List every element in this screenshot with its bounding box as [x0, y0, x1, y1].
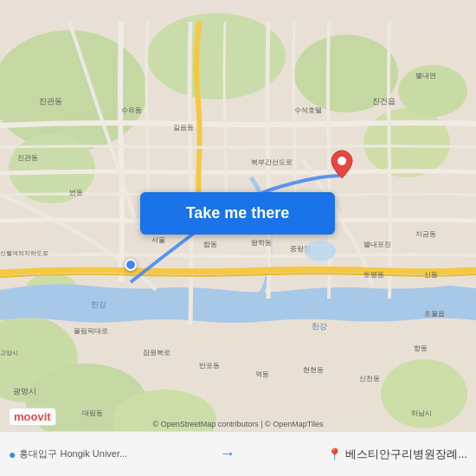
svg-text:별내포진: 별내포진 [363, 241, 391, 248]
destination-text: 베스티안구리병원장례... [345, 447, 467, 462]
svg-point-3 [147, 13, 286, 100]
map-attribution: © OpenStreetMap contributors | © OpenMap… [0, 420, 476, 428]
svg-text:길음동: 길음동 [173, 124, 194, 132]
svg-text:왕학동: 왕학동 [251, 239, 272, 247]
svg-text:신월여의지하도로: 신월여의지하도로 [0, 250, 48, 256]
svg-text:지금동: 지금동 [415, 230, 436, 238]
svg-text:한강: 한강 [312, 322, 327, 331]
map-background: 진관동 수유동 길음동 수석호텔 진건읍 별내면 진관동 번동 북부간선도로 서… [0, 0, 476, 476]
destination-marker [330, 149, 354, 180]
svg-text:수석호텔: 수석호텔 [294, 106, 322, 114]
svg-text:북부간선도로: 북부간선도로 [251, 158, 293, 166]
map-container: 진관동 수유동 길음동 수석호텔 진건읍 별내면 진관동 번동 북부간선도로 서… [0, 0, 476, 476]
svg-text:한강: 한강 [91, 300, 106, 309]
origin-marker [125, 259, 137, 271]
svg-text:역동: 역동 [255, 370, 269, 378]
origin-text: 홍대입구 Hongik Univer... [19, 447, 127, 460]
svg-point-5 [363, 108, 450, 177]
bottom-navigation-bar: ● 홍대입구 Hongik Univer... → 📍 베스티안구리병원장례..… [0, 431, 476, 476]
svg-text:번동: 번동 [69, 189, 83, 196]
svg-text:광명시: 광명시 [13, 387, 36, 396]
svg-point-44 [305, 241, 336, 261]
svg-text:진건읍: 진건읍 [372, 97, 396, 106]
svg-text:신동: 신동 [424, 271, 438, 279]
svg-text:초월읍: 초월읍 [424, 310, 445, 318]
svg-text:합동: 합동 [203, 241, 217, 248]
take-me-there-button[interactable]: Take me there [140, 192, 335, 235]
svg-text:수유동: 수유동 [121, 106, 142, 114]
destination-label: 📍 베스티안구리병원장례... [327, 447, 467, 462]
svg-text:서울: 서울 [151, 236, 165, 244]
svg-text:토평동: 토평동 [363, 271, 384, 279]
svg-text:현현동: 현현동 [303, 366, 324, 374]
dest-icon: 📍 [327, 447, 342, 461]
svg-text:잠원복로: 잠원복로 [143, 349, 170, 357]
svg-point-45 [338, 157, 346, 165]
svg-text:별내면: 별내면 [415, 72, 436, 80]
svg-text:올림픽대로: 올림픽대로 [74, 327, 108, 335]
svg-text:신천동: 신천동 [359, 375, 380, 383]
svg-text:반포동: 반포동 [199, 362, 220, 370]
svg-text:대림동: 대림동 [82, 409, 103, 417]
origin-label: ● 홍대입구 Hongik Univer... [9, 447, 127, 461]
svg-text:진관동: 진관동 [17, 154, 38, 162]
svg-text:항동: 항동 [414, 344, 428, 352]
origin-icon: ● [9, 447, 16, 461]
svg-point-10 [381, 359, 467, 428]
svg-text:하남시: 하남시 [411, 409, 432, 417]
direction-arrow-icon: → [220, 445, 235, 463]
svg-text:고양시: 고양시 [0, 350, 18, 356]
svg-text:진관동: 진관동 [39, 97, 62, 106]
moovit-logo: moovit [9, 408, 56, 426]
